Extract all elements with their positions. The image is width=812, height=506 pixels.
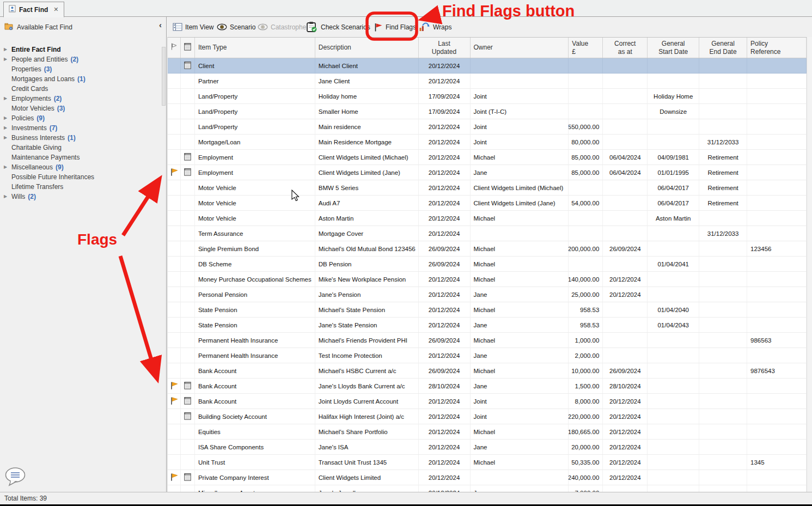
table-row[interactable]: Bank AccountMichael's HSBC Current a/c26… <box>168 363 807 379</box>
table-row[interactable]: EmploymentClient Widgets Limited (Michae… <box>168 150 807 165</box>
grid-vertical-scrollbar[interactable] <box>807 37 812 492</box>
sidebar-item-people-and-entities[interactable]: ▶People and Entities(2) <box>0 54 161 64</box>
cell-note <box>181 379 195 393</box>
notepad-icon <box>184 61 191 70</box>
catastrophe-button[interactable]: Catastrophe <box>255 20 309 34</box>
column-header-end-date[interactable]: General End Date <box>699 38 747 58</box>
cell-owner: Michael <box>471 150 569 164</box>
sidebar-item-employments[interactable]: ▶Employments(2) <box>0 94 161 103</box>
cell-flag <box>168 89 181 103</box>
table-row[interactable]: Personal PensionJane's Pension20/12/2024… <box>168 287 807 302</box>
column-header-item-type[interactable]: Item Type <box>195 38 315 58</box>
cell-policy-ref: 986563 <box>747 333 807 348</box>
table-row[interactable]: Bank AccountJane's Lloyds Bank Current a… <box>168 379 807 394</box>
cell-description: Transact Unit Trust 1345 <box>315 455 419 470</box>
comment-bubble-icon[interactable] <box>4 467 27 489</box>
expand-arrow-icon[interactable]: ▶ <box>4 96 7 101</box>
sidebar-item-entire-fact-find[interactable]: ▶Entire Fact Find <box>0 45 161 54</box>
table-row[interactable]: Unit TrustTransact Unit Trust 134520/12/… <box>168 455 807 470</box>
sidebar-item-label: Credit Cards <box>11 85 48 93</box>
find-flags-button[interactable]: Find Flags <box>371 20 419 34</box>
check-scenarios-button[interactable]: Check Scenarios <box>303 20 373 34</box>
expand-arrow-icon[interactable]: ▶ <box>4 135 7 140</box>
table-row[interactable]: Land/PropertyMain residence20/12/2024Joi… <box>168 119 807 135</box>
sidebar-item-lifetime-transfers[interactable]: Lifetime Transfers <box>0 182 161 192</box>
cell-end-date: 31/12/2033 <box>699 135 747 149</box>
cell-value <box>569 226 603 241</box>
sidebar-item-business-interests[interactable]: ▶Business Interests(1) <box>0 133 161 143</box>
column-header-last-updated[interactable]: Last Updated <box>419 38 471 58</box>
scenario-button[interactable]: Scenario <box>214 20 258 34</box>
close-icon[interactable]: ✕ <box>53 6 58 13</box>
cell-last-updated: 20/12/2024 <box>419 485 471 492</box>
table-row[interactable]: State PensionMichael's State Pension20/1… <box>168 302 807 318</box>
cell-flag <box>168 440 181 454</box>
table-row[interactable]: Private Company InterestClient Widgets L… <box>168 470 807 485</box>
column-header-owner[interactable]: Owner <box>471 38 569 58</box>
cell-description: Smaller Home <box>315 104 419 119</box>
toolbar-button-label: Catastrophe <box>271 23 306 31</box>
column-header-flag[interactable] <box>168 38 181 58</box>
cell-description: Jane's Lloyds Bank Current a/c <box>315 379 419 393</box>
sidebar-item-possible-future-inheritances[interactable]: Possible Future Inheritances <box>0 172 161 182</box>
column-header-description[interactable]: Description <box>315 38 419 58</box>
table-row[interactable]: EmploymentClient Widgets Limited (Jane)2… <box>168 165 807 180</box>
table-row[interactable]: Motor VehicleAston Martin20/12/2024Micha… <box>168 211 807 226</box>
table-row[interactable]: Money Purchase Occupational SchemesMike'… <box>168 272 807 287</box>
sidebar-item-label: Entire Fact Find <box>11 46 61 53</box>
sidebar-item-miscellaneous[interactable]: ▶Miscellaneous(9) <box>0 162 161 172</box>
collapse-sidebar-chevron-icon[interactable]: ‹ <box>159 20 162 29</box>
sidebar-item-wills[interactable]: ▶Wills(2) <box>0 192 161 202</box>
expand-arrow-icon[interactable]: ▶ <box>4 125 7 130</box>
cell-note <box>181 257 195 271</box>
table-row[interactable]: Single Premium BondMichael's Old Mutual … <box>168 241 807 257</box>
sidebar-item-mortgages-and-loans[interactable]: Mortgages and Loans(1) <box>0 74 161 84</box>
expand-arrow-icon[interactable]: ▶ <box>4 47 7 52</box>
table-row[interactable]: PartnerJane Client20/12/2024 <box>168 74 807 89</box>
table-row[interactable]: EquitiesMichael's Share Portfolio20/12/2… <box>168 424 807 440</box>
table-row[interactable]: DB SchemeDB Pension26/09/2024Michael01/0… <box>168 257 807 272</box>
cell-value: 25,000.00 <box>569 287 603 302</box>
column-header-correct-as-at[interactable]: Correct as at <box>603 38 648 58</box>
expand-arrow-icon[interactable]: ▶ <box>4 164 7 169</box>
expand-arrow-icon[interactable]: ▶ <box>4 115 7 120</box>
tab-fact-find[interactable]: Fact Find ✕ <box>3 2 64 17</box>
sidebar-item-investments[interactable]: ▶Investments(7) <box>0 123 161 133</box>
wraps-button[interactable]: Wraps <box>416 20 454 34</box>
expand-arrow-icon[interactable]: ▶ <box>4 57 7 62</box>
table-row[interactable]: Building Society AccountHalifax High Int… <box>168 409 807 424</box>
sidebar-item-properties[interactable]: Properties(3) <box>0 64 161 74</box>
sidebar-item-motor-vehicles[interactable]: Motor Vehicles(3) <box>0 103 161 113</box>
table-row[interactable]: ClientMichael Client20/12/2024 <box>168 58 807 74</box>
table-row[interactable]: Mortgage/LoanMain Residence Mortgage20/1… <box>168 135 807 150</box>
column-header-start-date[interactable]: General Start Date <box>648 38 699 58</box>
table-row[interactable]: Bank AccountJoint Lloyds Current Account… <box>168 394 807 409</box>
table-row[interactable]: Permanent Health InsuranceMichael's Frie… <box>168 333 807 348</box>
sidebar-item-credit-cards[interactable]: Credit Cards <box>0 84 161 94</box>
sidebar-scrollbar[interactable] <box>162 47 166 106</box>
cell-policy-ref <box>747 272 807 286</box>
cell-end-date <box>699 89 747 103</box>
cell-item-type: Building Society Account <box>195 409 315 424</box>
item-view-button[interactable]: Item View <box>170 20 216 34</box>
sidebar-item-policies[interactable]: ▶Policies(9) <box>0 113 161 123</box>
column-header-policy-ref[interactable]: Policy Reference <box>747 38 807 58</box>
table-row[interactable]: Miscellaneous AssetJane's Jewellery20/12… <box>168 485 807 492</box>
cell-value <box>569 74 603 88</box>
cell-item-type: Money Purchase Occupational Schemes <box>195 272 315 286</box>
table-row[interactable]: Permanent Health InsuranceTest Income Pr… <box>168 348 807 363</box>
column-header-value[interactable]: Value £ <box>569 38 603 58</box>
cell-value: 240,000.00 <box>569 470 603 485</box>
table-row[interactable]: Term AssuranceMortgage Cover20/12/202431… <box>168 226 807 241</box>
table-row[interactable]: Land/PropertySmaller Home17/09/2024Joint… <box>168 104 807 119</box>
sidebar-item-charitable-giving[interactable]: Charitable Giving <box>0 143 161 153</box>
table-row[interactable]: Motor VehicleAudi A720/12/2024Client Wid… <box>168 196 807 211</box>
table-row[interactable]: State PensionJane's State Pension20/12/2… <box>168 318 807 333</box>
table-row[interactable]: Land/PropertyHoliday home17/09/2024Joint… <box>168 89 807 104</box>
column-header-notes[interactable] <box>181 38 195 58</box>
table-row[interactable]: Motor VehicleBMW 5 Series20/12/2024Clien… <box>168 180 807 196</box>
sidebar-item-maintenance-payments[interactable]: Maintenance Payments <box>0 153 161 162</box>
cell-note <box>181 409 195 424</box>
expand-arrow-icon[interactable]: ▶ <box>4 194 7 199</box>
table-row[interactable]: ISA Share ComponentsJane's ISA20/12/2024… <box>168 440 807 455</box>
